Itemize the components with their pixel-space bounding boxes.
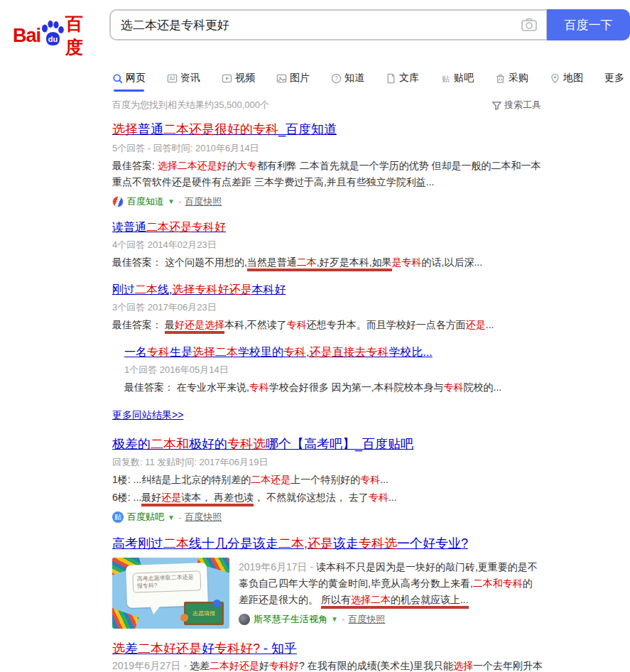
highlighted-keyword: 选择 — [112, 122, 138, 136]
title-text: 高考刚过 — [112, 536, 163, 551]
snippet-text: ? 在我有限的成绩(美术生)里我只能 — [299, 660, 453, 671]
nav-tab-文库[interactable]: 文库 — [386, 72, 419, 92]
highlighted-keyword: 很好的 — [214, 122, 253, 136]
highlighted-keyword: 二本 — [163, 536, 189, 551]
search-result: 极差的二本和极好的专科选哪个【高考吧】_百度贴吧回复数: 11 发贴时间: 20… — [112, 436, 543, 524]
highlighted-keyword: 选择专科好还是 — [172, 283, 251, 296]
highlighted-keyword: 专科 — [147, 346, 170, 358]
result-snippet-line: 最佳答案: 选择二本还是好的大专都有利弊 二本首先就是一个学历的优势 但却是一般… — [112, 158, 543, 190]
title-text: 极好的 — [189, 437, 227, 451]
nav-tab-采购[interactable]: 采购 — [495, 72, 528, 92]
thumb-decoration — [112, 607, 139, 629]
search-result: 读普通二本还是专科好4个回答 2014年02月23日最佳答案： 这个问题不用想的… — [112, 220, 543, 271]
title-text: 学校里的 — [238, 346, 283, 358]
search-tools-button[interactable]: 搜索工具 — [492, 99, 541, 112]
snippet-text: 最 — [165, 319, 175, 334]
nav-tab-label: 视频 — [235, 72, 255, 85]
result-snippet-line: 最佳答案： 最好还是选择本科,不然读了专科还想专升本。而且学校好一点各方面还是.… — [112, 317, 543, 333]
title-text: - 知乎 — [260, 641, 297, 656]
thumb-bubble-tail — [148, 605, 160, 615]
snippet-text: 本科,不然读了 — [224, 319, 287, 330]
more-same-site-results-link[interactable]: 更多同站结果>> — [112, 409, 183, 422]
search-result: 选择普通二本还是很好的专科_百度知道5个回答 - 回答时间: 2010年6月14… — [112, 121, 543, 208]
source-site-name[interactable]: 百度贴吧 — [127, 511, 164, 524]
source-site-name[interactable]: 斯琴慧子生活视角 — [254, 613, 327, 626]
snippet-text: 的话,以后深... — [422, 256, 483, 268]
nav-tab-地图[interactable]: 地图 — [550, 72, 583, 92]
result-title-link[interactable]: 读普通二本还是专科好 — [112, 220, 226, 234]
nav-tab-更多[interactable]: 更多 — [604, 72, 624, 92]
nav-tab-网页[interactable]: 网页 — [112, 72, 146, 92]
snippet-text: ... — [389, 492, 397, 503]
svg-text:?: ? — [335, 75, 338, 82]
result-title-link[interactable]: 刚过二本线,选择专科好还是本科好 — [112, 283, 286, 297]
result-title-link[interactable]: 选择普通二本还是很好的专科_百度知道 — [112, 121, 337, 138]
result-meta: 3个回答 2017年06月23日 — [112, 301, 543, 314]
source-dash: - — [178, 196, 181, 207]
nav-tab-贴吧[interactable]: 贴贴吧 — [440, 72, 474, 92]
chevron-down-icon[interactable]: ▼ — [331, 615, 338, 623]
result-title-link[interactable]: 选差二本好还是好专科好? - 知乎 — [112, 641, 297, 657]
search-result: 刚过二本线,选择专科好还是本科好3个回答 2017年06月23日最佳答案： 最好… — [112, 283, 543, 333]
highlighted-keyword: 二本和 — [151, 437, 189, 451]
result-source-row: 贴百度贴吧▼-百度快照 — [112, 511, 543, 524]
baidu-logo[interactable]: Bai du 百度 — [13, 12, 99, 59]
snippet-text: 的 — [227, 160, 237, 171]
baidu-cache-link[interactable]: 百度快照 — [348, 613, 385, 626]
doc-icon — [386, 73, 396, 84]
snippet-text: 院校的... — [464, 381, 502, 393]
highlighted-keyword: 二本 — [135, 283, 158, 296]
nav-tab-图片[interactable]: 图片 — [276, 72, 310, 92]
baidu-search-button[interactable]: 百度一下 — [547, 9, 630, 40]
snippet-text: ， 不然就你这想法， 去了 — [254, 492, 369, 503]
chevron-down-icon[interactable]: ▼ — [168, 514, 175, 521]
title-text: 普通 — [138, 122, 163, 136]
snippet-text: 2019年6月27日 - — [112, 660, 190, 671]
baidu-cache-link[interactable]: 百度快照 — [185, 511, 222, 524]
highlighted-keyword: 专科 — [369, 492, 389, 503]
result-title-link[interactable]: 高考刚过二本线十几分是该走二本,还是该走专科选一个好专业? — [112, 536, 468, 552]
avatar-icon — [239, 614, 250, 625]
page-header: Bai du 百度 百度一下 — [0, 0, 630, 59]
chevron-down-icon[interactable]: ▼ — [168, 197, 175, 205]
nav-tab-资讯[interactable]: 资讯 — [167, 72, 200, 92]
title-text: 极差的 — [112, 437, 151, 451]
highlighted-keyword: 二本,还是 — [278, 536, 333, 551]
highlighted-keyword: 二本还是专科好 — [146, 221, 226, 233]
nav-tab-知道[interactable]: ?知道 — [331, 72, 364, 92]
nav-tab-label: 文库 — [399, 72, 419, 85]
result-title-link[interactable]: 一名专科生是选择二本学校里的专科,还是直接去专科学校比... — [124, 345, 433, 359]
stats-bar: 百度为您找到相关结果约35,500,000个 搜索工具 — [112, 99, 541, 112]
highlighted-keyword: 选择二本 — [351, 594, 391, 609]
highlighted-keyword: 还是 — [161, 492, 181, 506]
search-type-nav: 网页资讯视频图片?知道文库贴贴吧采购地图更多 — [112, 72, 630, 92]
source-site-name[interactable]: 百度知道 — [127, 195, 164, 208]
results-count: 百度为您找到相关结果约35,500,000个 — [112, 99, 269, 112]
nav-tab-label: 图片 — [290, 72, 310, 85]
highlighted-keyword: 选择 — [453, 660, 473, 671]
result-source-row: 百度知道▼-百度快照 — [112, 195, 543, 208]
highlighted-keyword: 专科,还是直接去专科 — [283, 346, 389, 358]
title-text: 线, — [158, 283, 172, 296]
highlighted-keyword: 专科 — [444, 381, 464, 393]
snippet-text: 最佳答案： 在专业水平来说, — [124, 381, 249, 393]
result-snippet-line: 2019年6月27日 - 选差二本好还是好专科好? 在我有限的成绩(美术生)里我… — [112, 658, 543, 672]
search-input[interactable] — [109, 9, 547, 40]
highlighted-keyword: 专科选 — [359, 536, 397, 551]
camera-icon[interactable] — [521, 18, 537, 34]
map-icon — [550, 73, 560, 84]
result-title-link[interactable]: 极差的二本和极好的专科选哪个【高考吧】_百度贴吧 — [112, 436, 413, 452]
result-thumbnail[interactable]: 高考志愿录取二本还是报专科?志愿填报 — [112, 558, 229, 629]
funnel-icon — [492, 101, 501, 110]
baidu-paw-icon: du — [39, 20, 65, 47]
nav-tab-label: 知道 — [344, 72, 364, 85]
logo-text-cn: 百度 — [65, 12, 99, 59]
baidu-cache-link[interactable]: 百度快照 — [185, 195, 222, 208]
search-result: 选差二本好还是好专科好? - 知乎2019年6月27日 - 选差二本好还是好专科… — [112, 641, 543, 672]
title-text: 一个好专业? — [397, 536, 468, 551]
nav-tab-label: 采购 — [509, 72, 528, 85]
snippet-text: 1楼: ...纠结是上北京的特别差的 — [112, 474, 251, 485]
nav-tab-label: 更多 — [604, 72, 624, 85]
nav-tab-视频[interactable]: 视频 — [222, 72, 255, 92]
highlighted-keyword: 专科好 — [269, 660, 299, 671]
